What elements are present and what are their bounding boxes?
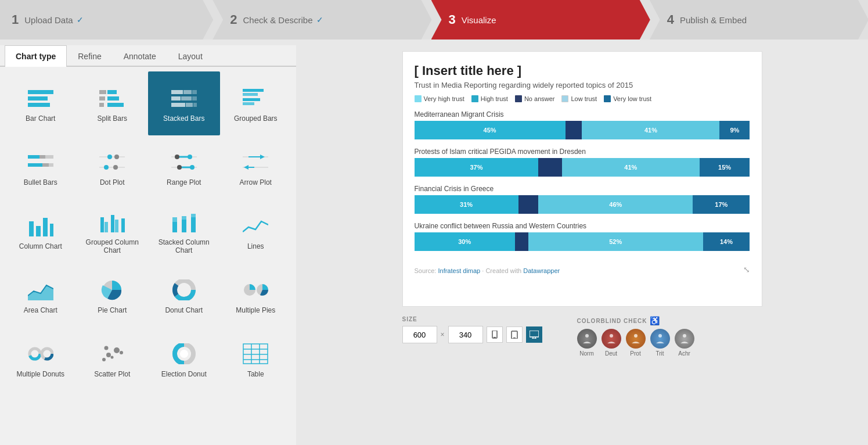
- svg-rect-6: [99, 96, 105, 101]
- chart-item-grouped-bars[interactable]: Grouped Bars: [220, 71, 292, 135]
- step-2[interactable]: 2 Check & Describe ✓: [213, 0, 431, 40]
- legend-label-2: No answer: [524, 95, 555, 102]
- step-1-num: 1: [12, 12, 19, 27]
- cb-trit-icon: [650, 329, 670, 349]
- chart-item-pie-chart[interactable]: Pie Chart: [77, 263, 149, 327]
- svg-rect-8: [99, 103, 104, 107]
- svg-point-75: [106, 353, 111, 357]
- chart-item-bar-chart[interactable]: Bar Chart: [5, 71, 77, 135]
- tab-chart-type[interactable]: Chart type: [5, 45, 67, 67]
- chart-item-range-plot[interactable]: Range Plot: [148, 135, 220, 199]
- cb-achr-icon: [675, 329, 694, 349]
- bar-section-3: Ukraine conflict between Russia and West…: [415, 222, 750, 251]
- desktop-button[interactable]: [526, 326, 542, 343]
- cb-trit[interactable]: Trit: [650, 329, 670, 357]
- pie-chart-label: Pie Chart: [98, 306, 127, 314]
- step-4[interactable]: 4 Publish & Embed: [650, 0, 868, 40]
- chart-item-stacked-bars[interactable]: Stacked Bars: [148, 71, 220, 135]
- legend-label-4: Very low trust: [613, 95, 651, 102]
- chart-subtitle: Trust in Media Reporting regarding widel…: [415, 81, 750, 89]
- step-1[interactable]: 1 Upload Data ✓: [0, 0, 213, 40]
- colorblind-options: Norm Deut Prot: [577, 329, 694, 357]
- chart-item-dot-plot[interactable]: Dot Plot: [77, 135, 149, 199]
- svg-rect-16: [186, 103, 193, 107]
- chart-item-arrow-plot[interactable]: Arrow Plot: [220, 135, 292, 199]
- cb-achr[interactable]: Achr: [675, 329, 694, 357]
- chart-item-multiple-pies[interactable]: Multiple Pies: [220, 263, 292, 327]
- size-inputs: ×: [402, 326, 542, 343]
- tab-annotate[interactable]: Annotate: [113, 45, 167, 67]
- svg-rect-58: [172, 217, 177, 222]
- svg-rect-48: [29, 221, 34, 236]
- bar-segment-2-1: [518, 195, 539, 214]
- step-3[interactable]: 3 Visualize: [431, 0, 650, 40]
- chart-item-stacked-column-chart[interactable]: Stacked Column Chart: [148, 199, 220, 263]
- step-3-label: Visualize: [462, 15, 496, 25]
- bar-segment-0-0: 45%: [415, 121, 566, 139]
- tabs: Chart type Refine Annotate Layout: [0, 45, 296, 67]
- svg-rect-15: [171, 103, 185, 107]
- bar-segment-3-2: 52%: [528, 232, 703, 251]
- chart-item-election-donut[interactable]: Election Donut: [148, 327, 220, 391]
- chart-item-scatter-plot[interactable]: Scatter Plot: [77, 327, 149, 391]
- source-text: Source:: [415, 267, 438, 274]
- svg-rect-18: [243, 89, 264, 92]
- svg-rect-5: [107, 96, 119, 101]
- chart-item-grouped-column-chart[interactable]: Grouped Column Chart: [77, 199, 149, 263]
- mobile-large-button[interactable]: [506, 326, 523, 343]
- width-input[interactable]: [402, 326, 437, 343]
- svg-rect-59: [182, 220, 186, 232]
- election-donut-label: Election Donut: [161, 370, 207, 378]
- svg-point-33: [113, 165, 118, 170]
- bar-segment-3-0: 30%: [415, 232, 515, 251]
- chart-source-row: Source: Infratest dimap · Created with D…: [415, 259, 750, 274]
- bar-segment-1-3: 15%: [700, 158, 750, 177]
- step-4-label: Publish & Embed: [680, 15, 747, 25]
- svg-rect-12: [171, 96, 181, 101]
- chart-item-table[interactable]: Table: [220, 327, 292, 391]
- height-input[interactable]: [448, 326, 483, 343]
- source-link2[interactable]: Datawrapper: [523, 267, 560, 274]
- bar-row-1: 37% 41% 15%: [415, 158, 750, 177]
- chart-item-bullet-bars[interactable]: Bullet Bars: [5, 135, 77, 199]
- chart-item-donut-chart[interactable]: Donut Chart: [148, 263, 220, 327]
- cb-norm-icon: [577, 329, 597, 349]
- svg-rect-20: [243, 98, 260, 101]
- bar-segment-0-2: 41%: [582, 121, 719, 139]
- grouped-column-chart-icon: [98, 210, 127, 234]
- scatter-plot-icon: [98, 342, 127, 365]
- bar-chart-label: Bar Chart: [26, 114, 55, 123]
- cb-norm[interactable]: Norm: [577, 329, 597, 357]
- svg-rect-3: [107, 90, 117, 94]
- tab-refine[interactable]: Refine: [67, 45, 112, 67]
- steps-bar: 1 Upload Data ✓ 2 Check & Describe ✓ 3 V…: [0, 0, 868, 40]
- source-link1[interactable]: Infratest dimap: [438, 267, 480, 274]
- svg-rect-61: [191, 217, 196, 232]
- scatter-plot-label: Scatter Plot: [94, 370, 130, 378]
- svg-rect-90: [513, 338, 516, 338]
- size-separator: ×: [441, 331, 445, 339]
- bar-label-3: Ukraine conflict between Russia and West…: [415, 222, 750, 230]
- chart-item-multiple-donuts[interactable]: Multiple Donuts: [5, 327, 77, 391]
- legend-label-1: High trust: [481, 95, 508, 102]
- svg-rect-50: [43, 218, 48, 236]
- chart-legend: Very high trust High trust No answer Low…: [415, 95, 750, 102]
- legend-label-3: Low trust: [571, 95, 597, 102]
- svg-point-74: [102, 358, 106, 361]
- chart-item-column-chart[interactable]: Column Chart: [5, 199, 77, 263]
- cb-prot[interactable]: Prot: [626, 329, 646, 357]
- main-container: Chart type Refine Annotate Layout Bar Ch…: [0, 40, 868, 445]
- lines-icon: [241, 214, 270, 238]
- chart-item-area-chart[interactable]: Area Chart: [5, 263, 77, 327]
- mobile-small-button[interactable]: [487, 326, 503, 343]
- svg-rect-11: [192, 90, 197, 94]
- arrow-plot-label: Arrow Plot: [240, 178, 272, 186]
- cb-prot-label: Prot: [630, 350, 640, 357]
- svg-rect-51: [50, 224, 53, 236]
- chart-item-split-bars[interactable]: Split Bars: [77, 71, 149, 135]
- svg-rect-14: [192, 96, 197, 101]
- tab-layout[interactable]: Layout: [167, 45, 214, 67]
- svg-rect-54: [111, 215, 114, 232]
- chart-item-lines[interactable]: Lines: [220, 199, 292, 263]
- cb-deut[interactable]: Deut: [602, 329, 621, 357]
